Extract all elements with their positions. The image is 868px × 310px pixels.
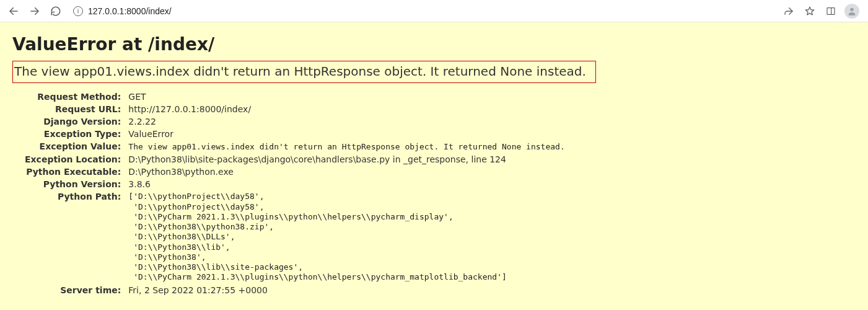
table-row: Python Executable: D:\Python38\python.ex… — [25, 166, 565, 178]
meta-value: http://127.0.0.1:8000/index/ — [125, 103, 564, 115]
panel-icon[interactable] — [822, 2, 840, 20]
bookmark-star-icon[interactable] — [801, 2, 818, 20]
meta-label: Request URL: — [25, 103, 125, 115]
meta-value-mono: The view app01.views.index didn't return… — [128, 142, 564, 151]
svg-rect-3 — [827, 7, 835, 14]
meta-label: Exception Value: — [25, 140, 125, 153]
profile-avatar[interactable] — [843, 2, 861, 20]
table-row: Exception Type: ValueError — [25, 128, 565, 140]
meta-label: Exception Type: — [25, 128, 125, 140]
share-icon[interactable] — [780, 2, 797, 20]
meta-value: 2.2.22 — [125, 115, 564, 128]
url-text: 127.0.0.1:8000/index/ — [88, 6, 172, 16]
site-info-icon[interactable]: i — [73, 6, 83, 16]
table-row: Python Path: ['D:\\pythonProject\\day58'… — [25, 190, 565, 283]
svg-point-5 — [850, 7, 853, 11]
meta-value: D:\Python38\lib\site-packages\django\cor… — [125, 153, 564, 166]
svg-marker-2 — [805, 7, 814, 15]
meta-value: Fri, 2 Sep 2022 01:27:55 +0000 — [125, 284, 564, 296]
table-row: Python Version: 3.8.6 — [25, 178, 565, 190]
back-button[interactable] — [5, 2, 22, 20]
reload-button[interactable] — [47, 2, 64, 20]
meta-label: Django Version: — [25, 115, 125, 128]
meta-label: Python Version: — [25, 178, 125, 190]
page-title: ValueError at /index/ — [12, 34, 856, 55]
meta-value: ValueError — [125, 128, 564, 140]
meta-value: GET — [125, 91, 564, 103]
table-row: Request Method: GET — [25, 91, 565, 103]
table-row: Request URL: http://127.0.0.1:8000/index… — [25, 103, 565, 115]
table-row: Django Version: 2.2.22 — [25, 115, 565, 128]
meta-label: Python Path: — [25, 190, 125, 283]
meta-label: Request Method: — [25, 91, 125, 103]
browser-toolbar: i 127.0.0.1:8000/index/ — [0, 0, 868, 22]
forward-button[interactable] — [26, 2, 43, 20]
meta-label: Python Executable: — [25, 166, 125, 178]
request-meta-table: Request Method: GET Request URL: http://… — [25, 91, 565, 296]
meta-value: D:\Python38\python.exe — [125, 166, 564, 178]
exception-message: The view app01.views.index didn't return… — [12, 61, 596, 83]
table-row: Server time: Fri, 2 Sep 2022 01:27:55 +0… — [25, 284, 565, 296]
table-row: Exception Location: D:\Python38\lib\site… — [25, 153, 565, 166]
table-row: Exception Value: The view app01.views.in… — [25, 140, 565, 153]
django-error-page: ValueError at /index/ The view app01.vie… — [0, 22, 868, 310]
toolbar-right — [780, 2, 863, 20]
address-bar[interactable]: i 127.0.0.1:8000/index/ — [68, 2, 776, 20]
meta-label: Server time: — [25, 284, 125, 296]
meta-value: 3.8.6 — [125, 178, 564, 190]
python-path-list: ['D:\\pythonProject\\day58', 'D:\\python… — [128, 192, 564, 282]
meta-label: Exception Location: — [25, 153, 125, 166]
